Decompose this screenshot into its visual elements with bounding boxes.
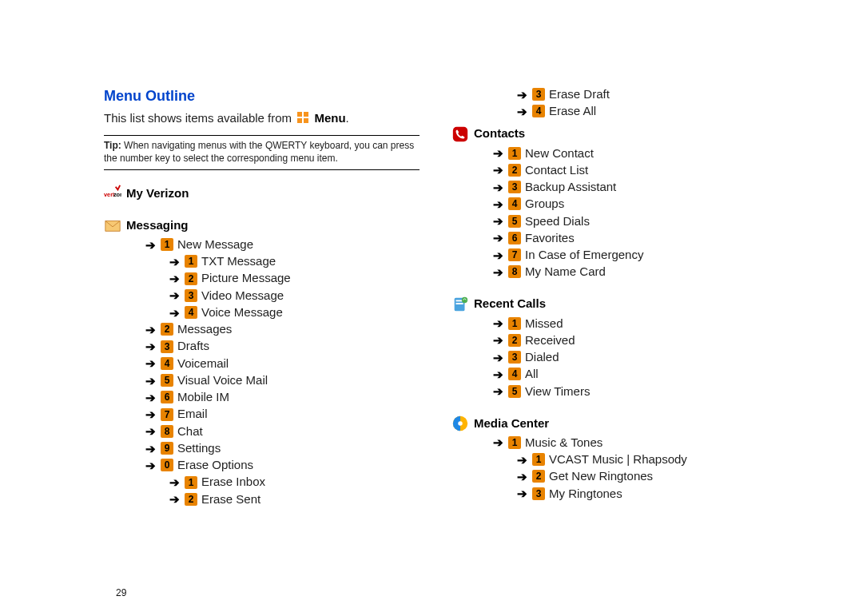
list-item: ➔8Chat: [104, 423, 420, 440]
number-box: 8: [508, 265, 521, 278]
number-box: 1: [185, 476, 197, 489]
list-item: ➔2Get New Ringtones: [451, 468, 767, 485]
arrow-icon: ➔: [515, 89, 528, 101]
item-label: Dialed: [525, 349, 559, 365]
svg-rect-0: [297, 112, 302, 117]
list-item: ➔0Erase Options: [104, 457, 420, 474]
number-box: 1: [508, 317, 521, 330]
item-label: Email: [177, 406, 208, 422]
list-item: ➔3Video Message: [104, 288, 420, 304]
arrow-icon: ➔: [515, 105, 528, 117]
number-box: 9: [161, 442, 173, 455]
svg-rect-3: [304, 118, 308, 123]
number-box: 2: [508, 334, 521, 347]
recent-calls-head: Recent Calls: [451, 296, 767, 313]
list-item: ➔5Speed Dials: [451, 213, 767, 230]
number-box: 3: [185, 289, 197, 302]
contacts-label: Contacts: [474, 125, 525, 141]
number-box: 0: [161, 459, 173, 471]
number-box: 2: [508, 164, 521, 177]
item-label: Missed: [525, 316, 563, 332]
item-label: Video Message: [201, 288, 284, 304]
list-item: ➔4Voicemail: [104, 356, 420, 372]
list-item: ➔3My Ringtones: [451, 486, 767, 503]
item-label: Get New Ringtones: [549, 468, 653, 484]
list-item: ➔2Picture Message: [104, 270, 420, 287]
list-item: ➔1Missed: [451, 316, 767, 332]
page-number: 29: [116, 587, 126, 598]
list-item: ➔4Voice Message: [104, 304, 420, 321]
list-item: ➔3Drafts: [104, 338, 420, 355]
arrow-icon: ➔: [491, 334, 504, 346]
arrow-icon: ➔: [168, 289, 181, 301]
menu-grid-icon: [296, 111, 309, 128]
number-box: 8: [161, 425, 173, 438]
number-box: 4: [532, 105, 545, 117]
right-column: ➔3Erase Draft➔4Erase All Contacts ➔1New …: [451, 86, 767, 508]
number-box: 3: [161, 340, 173, 353]
item-label: Favorites: [525, 230, 575, 246]
list-item: ➔5Visual Voice Mail: [104, 372, 420, 389]
number-box: 4: [161, 357, 173, 370]
left-column: Menu Outline This list shows items avail…: [104, 86, 420, 508]
item-label: Contact List: [525, 162, 588, 178]
tip-label: Tip:: [104, 140, 121, 151]
arrow-icon: ➔: [491, 385, 504, 397]
arrow-icon: ➔: [168, 272, 181, 284]
list-item: ➔7Email: [104, 406, 420, 423]
arrow-icon: ➔: [144, 425, 157, 437]
arrow-icon: ➔: [144, 239, 157, 251]
arrow-icon: ➔: [491, 147, 504, 159]
number-box: 6: [161, 391, 173, 403]
arrow-icon: ➔: [491, 181, 504, 193]
item-label: Groups: [525, 196, 564, 212]
item-label: New Contact: [525, 145, 594, 161]
intro-prefix: This list shows items available from: [104, 111, 295, 125]
page-title: Menu Outline: [104, 86, 420, 105]
arrow-icon: ➔: [144, 391, 157, 403]
list-item: ➔3Erase Draft: [451, 86, 767, 103]
number-box: 1: [508, 436, 521, 449]
item-label: View Timers: [525, 384, 590, 399]
tip-text: When navigating menus with the QWERTY ke…: [104, 140, 414, 164]
list-item: ➔9Settings: [104, 440, 420, 457]
messaging-label: Messaging: [126, 217, 189, 233]
list-item: ➔4All: [451, 366, 767, 383]
intro-line: This list shows items available from Men…: [104, 110, 420, 128]
list-item: ➔1New Message: [104, 236, 420, 253]
item-label: New Message: [177, 236, 253, 252]
item-label: Backup Assistant: [525, 179, 616, 195]
number-box: 7: [508, 248, 521, 261]
arrow-icon: ➔: [491, 352, 504, 364]
number-box: 7: [161, 408, 173, 421]
page-body: Menu Outline This list shows items avail…: [0, 0, 863, 508]
number-box: 1: [532, 453, 545, 466]
list-item: ➔8My Name Card: [451, 264, 767, 280]
number-box: 1: [508, 147, 521, 160]
number-box: 1: [161, 238, 173, 251]
list-item: ➔5View Timers: [451, 384, 767, 400]
svg-rect-1: [304, 112, 308, 117]
svg-rect-10: [456, 303, 463, 304]
number-box: 3: [508, 181, 521, 193]
number-box: 2: [185, 493, 197, 506]
list-item: ➔6Mobile IM: [104, 389, 420, 406]
item-label: TXT Message: [201, 253, 276, 269]
recent-calls-label: Recent Calls: [474, 296, 546, 312]
item-label: Received: [525, 332, 575, 348]
item-label: Chat: [177, 423, 203, 439]
item-label: All: [525, 366, 539, 382]
arrow-icon: ➔: [144, 459, 157, 471]
svg-rect-2: [297, 118, 302, 123]
my-verizon-label: My Verizon: [126, 185, 189, 201]
arrow-icon: ➔: [491, 215, 504, 227]
item-label: My Name Card: [525, 264, 606, 280]
item-label: Picture Message: [201, 270, 291, 286]
arrow-icon: ➔: [168, 493, 181, 505]
messaging-list: ➔1New Message➔1TXT Message➔2Picture Mess…: [104, 236, 420, 508]
svg-rect-7: [453, 126, 467, 141]
item-label: Erase Options: [177, 457, 253, 473]
menu-word: Menu: [314, 111, 345, 125]
verizon-icon: verizon: [104, 185, 121, 202]
my-verizon-head: verizon My Verizon: [104, 185, 420, 202]
